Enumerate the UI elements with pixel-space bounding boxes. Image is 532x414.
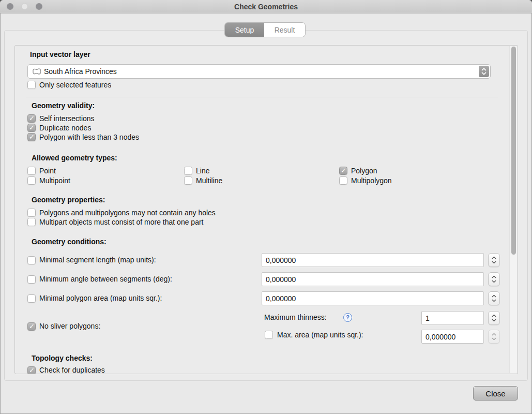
input-layer-selected-value: South Africa Provinces <box>44 67 117 76</box>
no-holes-checkbox[interactable] <box>27 209 36 217</box>
no-sliver-polygons-label[interactable]: No sliver polygons: <box>39 322 100 331</box>
polygon-lt3-nodes-label[interactable]: Polygon with less than 3 nodes <box>39 133 139 142</box>
line-checkbox[interactable] <box>184 167 192 175</box>
polygon-lt3-nodes-checkbox[interactable] <box>27 133 36 141</box>
point-checkbox[interactable] <box>27 167 36 175</box>
max-area-label[interactable]: Max. area (map units sqr.): <box>277 331 363 339</box>
line-label[interactable]: Line <box>196 167 209 175</box>
combobox-stepper[interactable] <box>479 66 489 77</box>
separator <box>26 97 498 97</box>
allowed-geometry-types-header: Allowed geometry types: <box>32 154 117 162</box>
tab-bar: Setup Result <box>225 23 305 37</box>
check-geometries-dialog: Check Geometries Setup Result Input vect… <box>0 0 532 414</box>
min-segment-length-checkbox[interactable] <box>27 256 36 264</box>
max-area-checkbox[interactable] <box>265 331 273 339</box>
multiline-label[interactable]: Multiline <box>196 176 222 185</box>
multipolygon-checkbox[interactable] <box>339 176 347 185</box>
chevron-up-icon <box>492 256 496 259</box>
chevron-up-icon <box>492 333 496 336</box>
vertical-scrollbar-track[interactable] <box>509 46 517 373</box>
chevron-down-icon <box>492 337 496 341</box>
geometry-properties-header: Geometry properties: <box>32 196 105 204</box>
min-polygon-area-label[interactable]: Minimal polygon area (map units sqr.): <box>39 294 162 303</box>
min-angle-checkbox[interactable] <box>27 275 36 284</box>
input-layer-combobox[interactable]: South Africa Provinces <box>27 64 491 79</box>
maximum-thinness-label: Maximum thinness: <box>264 313 327 322</box>
help-icon[interactable]: ? <box>343 313 352 322</box>
maximum-thinness-input[interactable] <box>421 311 484 325</box>
duplicate-nodes-checkbox[interactable] <box>27 124 36 132</box>
only-selected-features-checkbox[interactable] <box>27 81 36 89</box>
check-for-duplicates-checkbox[interactable] <box>27 366 36 374</box>
no-holes-label[interactable]: Polygons and multipolygons may not conta… <box>39 209 216 217</box>
duplicate-nodes-label[interactable]: Duplicate nodes <box>39 124 91 132</box>
max-area-input[interactable] <box>421 330 484 344</box>
multipart-label[interactable]: Multipart objects must consist of more t… <box>39 218 203 227</box>
geometry-validity-header: Geometry validity: <box>32 101 95 110</box>
tab-setup[interactable]: Setup <box>225 23 264 37</box>
multipolygon-label[interactable]: Multipolygon <box>351 176 392 185</box>
settings-scroll-area: Input vector layer South Africa Province… <box>14 45 518 374</box>
chevron-up-icon <box>492 314 496 317</box>
chevron-up-icon <box>492 294 496 298</box>
chevron-down-icon <box>492 261 496 264</box>
only-selected-features-label[interactable]: Only selected features <box>39 81 111 90</box>
vertical-scrollbar-thumb[interactable] <box>511 47 516 255</box>
chevron-down-icon <box>492 280 496 283</box>
chevron-down-icon <box>492 319 496 322</box>
geometry-conditions-header: Geometry conditions: <box>32 238 107 246</box>
maximum-thinness-stepper[interactable] <box>488 311 500 325</box>
polygon-layer-icon <box>32 68 41 75</box>
point-label[interactable]: Point <box>39 167 56 175</box>
multipoint-label[interactable]: Multipoint <box>39 176 70 185</box>
topology-checks-header: Topology checks: <box>32 354 93 362</box>
min-segment-length-label[interactable]: Minimal segment length (map units): <box>39 256 156 264</box>
window-title: Check Geometries <box>0 3 532 11</box>
max-area-stepper[interactable] <box>488 330 500 344</box>
self-intersections-label[interactable]: Self intersections <box>39 114 95 123</box>
min-angle-input[interactable] <box>262 272 484 286</box>
title-bar[interactable]: Check Geometries <box>0 0 532 13</box>
min-angle-label[interactable]: Minimum angle between segments (deg): <box>39 275 172 284</box>
chevron-down-icon <box>492 299 496 302</box>
polygon-checkbox[interactable] <box>339 167 347 175</box>
multiline-checkbox[interactable] <box>184 176 192 185</box>
chevron-up-icon <box>481 68 487 71</box>
polygon-label[interactable]: Polygon <box>351 167 377 175</box>
close-button[interactable]: Close <box>473 386 518 401</box>
check-for-duplicates-label[interactable]: Check for duplicates <box>39 366 105 374</box>
chevron-up-icon <box>492 275 496 278</box>
no-sliver-polygons-checkbox[interactable] <box>27 322 36 331</box>
min-polygon-area-stepper[interactable] <box>488 291 500 305</box>
multipoint-checkbox[interactable] <box>27 176 36 185</box>
multipart-checkbox[interactable] <box>27 218 36 226</box>
input-vector-layer-label: Input vector layer <box>30 50 90 58</box>
min-segment-length-stepper[interactable] <box>488 253 500 267</box>
chevron-down-icon <box>481 72 487 75</box>
min-segment-length-input[interactable] <box>262 253 484 267</box>
min-polygon-area-input[interactable] <box>262 291 484 305</box>
min-polygon-area-checkbox[interactable] <box>27 294 36 303</box>
self-intersections-checkbox[interactable] <box>27 114 36 123</box>
tab-result[interactable]: Result <box>264 23 305 37</box>
min-angle-stepper[interactable] <box>488 272 500 286</box>
